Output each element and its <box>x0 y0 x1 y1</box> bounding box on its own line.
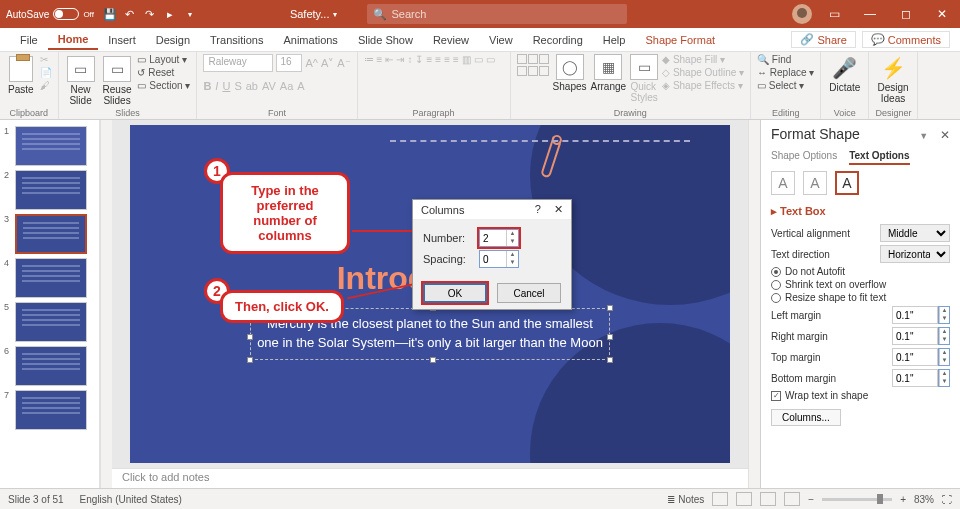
spin-up-icon[interactable]: ▲ <box>507 251 518 259</box>
italic-button[interactable]: I <box>215 80 218 92</box>
tab-home[interactable]: Home <box>48 30 99 50</box>
autofit-resize[interactable]: Resize shape to fit text <box>771 292 950 303</box>
number-input[interactable] <box>480 230 506 246</box>
notes-toggle[interactable]: ≣ Notes <box>667 494 704 505</box>
font-size-input[interactable]: 16 <box>276 54 302 72</box>
shapes-gallery[interactable] <box>517 54 549 64</box>
normal-view-icon[interactable] <box>712 492 728 506</box>
increase-font-icon[interactable]: A^ <box>305 57 318 69</box>
direction-select[interactable]: Horizontal <box>880 245 950 263</box>
resize-handle[interactable] <box>430 357 436 363</box>
decrease-font-icon[interactable]: A˅ <box>321 57 334 70</box>
thumbnail-4[interactable]: 4 <box>0 256 99 300</box>
slide-counter[interactable]: Slide 3 of 51 <box>8 494 64 505</box>
format-painter-button[interactable]: 🖌 <box>40 80 52 91</box>
underline-button[interactable]: U <box>222 80 230 92</box>
user-avatar[interactable] <box>792 4 812 24</box>
undo-icon[interactable]: ↶ <box>122 6 138 22</box>
canvas-scrollbar[interactable] <box>748 120 760 488</box>
tab-view[interactable]: View <box>479 31 523 49</box>
tab-shape-format[interactable]: Shape Format <box>635 31 725 49</box>
tab-insert[interactable]: Insert <box>98 31 146 49</box>
columns-icon[interactable]: ▥ <box>462 54 471 65</box>
thumbnail-5[interactable]: 5 <box>0 300 99 344</box>
document-name[interactable]: Safety... ▾ <box>290 8 338 20</box>
reading-view-icon[interactable] <box>760 492 776 506</box>
resize-handle[interactable] <box>247 357 253 363</box>
tab-help[interactable]: Help <box>593 31 636 49</box>
share-button[interactable]: 🔗Share <box>791 31 855 48</box>
comments-button[interactable]: 💬Comments <box>862 31 950 48</box>
autofit-none[interactable]: Do not Autofit <box>771 266 950 277</box>
align-right-icon[interactable]: ≡ <box>444 54 450 65</box>
spacing-button[interactable]: AV <box>262 80 276 92</box>
slideshow-view-icon[interactable] <box>784 492 800 506</box>
indent-inc-icon[interactable]: ⇥ <box>396 54 404 65</box>
close-icon[interactable]: ✕ <box>928 0 956 28</box>
indent-dec-icon[interactable]: ⇤ <box>385 54 393 65</box>
spin-up-icon[interactable]: ▲ <box>507 230 518 238</box>
dictate-button[interactable]: 🎤Dictate <box>827 54 862 95</box>
right-margin-input[interactable] <box>892 327 938 345</box>
text-direction-icon[interactable]: ↧ <box>415 54 423 65</box>
new-slide-button[interactable]: ▭New Slide <box>65 54 97 108</box>
thumbnail-scrollbar[interactable] <box>100 120 112 488</box>
search-input[interactable]: 🔍 Search <box>367 4 627 24</box>
pane-close-icon[interactable]: ✕ <box>940 128 950 142</box>
text-fill-icon[interactable]: A <box>771 171 795 195</box>
toggle-switch[interactable] <box>53 8 79 20</box>
tab-file[interactable]: File <box>10 31 48 49</box>
spin-down-icon[interactable]: ▼ <box>940 378 949 386</box>
section-button[interactable]: ▭ Section ▾ <box>137 80 190 91</box>
save-icon[interactable]: 💾 <box>102 6 118 22</box>
quick-styles-button[interactable]: ▭Quick Styles <box>630 54 658 103</box>
arrange-button[interactable]: ▦Arrange <box>591 54 627 92</box>
valign-select[interactable]: Middle <box>880 224 950 242</box>
thumbnail-3[interactable]: 3 <box>0 212 99 256</box>
pane-tab-shape-options[interactable]: Shape Options <box>771 150 837 165</box>
zoom-level[interactable]: 83% <box>914 494 934 505</box>
copy-button[interactable]: 📄 <box>40 67 52 78</box>
tab-design[interactable]: Design <box>146 31 200 49</box>
maximize-icon[interactable]: ◻ <box>892 0 920 28</box>
cancel-button[interactable]: Cancel <box>497 283 561 303</box>
autosave-toggle[interactable]: AutoSave Off <box>0 8 100 20</box>
bottom-margin-input[interactable] <box>892 369 938 387</box>
cut-button[interactable]: ✂ <box>40 54 52 65</box>
reuse-slides-button[interactable]: ▭Reuse Slides <box>101 54 134 108</box>
pane-dropdown-icon[interactable]: ▼ <box>919 131 928 141</box>
slide-canvas[interactable]: ✕ Introduction Mercury is the closest pl… <box>112 120 748 468</box>
bullets-icon[interactable]: ≔ <box>364 54 374 65</box>
thumbnail-7[interactable]: 7 <box>0 388 99 432</box>
zoom-out-icon[interactable]: − <box>808 494 814 505</box>
design-ideas-button[interactable]: ⚡Design Ideas <box>875 54 910 106</box>
resize-handle[interactable] <box>247 334 253 340</box>
section-textbox[interactable]: ▸ Text Box <box>771 205 950 218</box>
tab-review[interactable]: Review <box>423 31 479 49</box>
shape-effects-button[interactable]: ◈ Shape Effects ▾ <box>662 80 744 91</box>
resize-handle[interactable] <box>607 357 613 363</box>
redo-icon[interactable]: ↷ <box>142 6 158 22</box>
language-indicator[interactable]: English (United States) <box>80 494 182 505</box>
textbox-icon[interactable]: A <box>835 171 859 195</box>
qat-more-icon[interactable]: ▾ <box>182 6 198 22</box>
spin-up-icon[interactable]: ▲ <box>940 328 949 336</box>
font-color-button[interactable]: A <box>297 80 304 92</box>
resize-handle[interactable] <box>607 305 613 311</box>
spacing-input[interactable] <box>480 251 506 267</box>
layout-button[interactable]: ▭ Layout ▾ <box>137 54 190 65</box>
justify-icon[interactable]: ≡ <box>453 54 459 65</box>
reset-button[interactable]: ↺ Reset <box>137 67 190 78</box>
font-name-input[interactable]: Raleway <box>203 54 273 72</box>
text-effects-icon[interactable]: A <box>803 171 827 195</box>
top-margin-input[interactable] <box>892 348 938 366</box>
align-left-icon[interactable]: ≡ <box>426 54 432 65</box>
spin-down-icon[interactable]: ▼ <box>507 259 518 267</box>
line-spacing-icon[interactable]: ↕ <box>407 54 412 65</box>
spacing-spinner[interactable]: ▲▼ <box>479 250 519 268</box>
tab-transitions[interactable]: Transitions <box>200 31 273 49</box>
tab-recording[interactable]: Recording <box>523 31 593 49</box>
ribbon-display-icon[interactable]: ▭ <box>820 0 848 28</box>
find-button[interactable]: 🔍 Find <box>757 54 814 65</box>
clear-format-icon[interactable]: A⁻ <box>337 57 350 70</box>
